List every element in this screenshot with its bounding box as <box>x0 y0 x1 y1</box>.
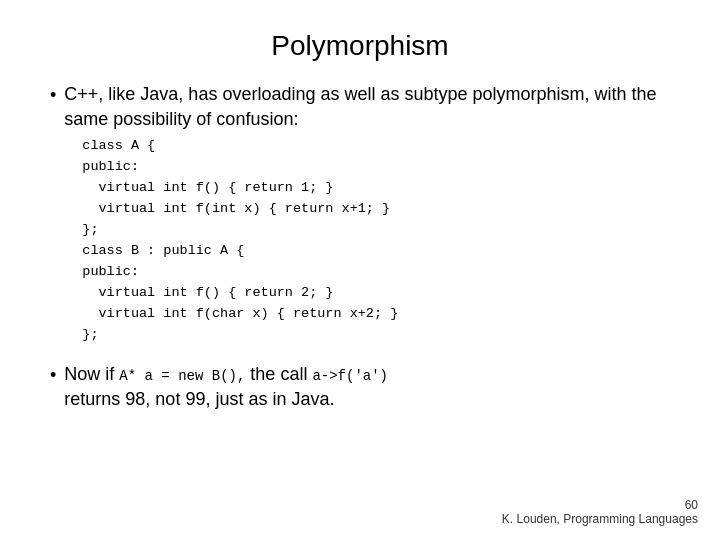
bullet2-line2: returns 98, not 99, just as in Java. <box>64 389 334 409</box>
code-line-3: virtual int f() { return 1; } <box>82 178 670 199</box>
code-line-6: class B : public A { <box>82 241 670 262</box>
code-line-1: class A { <box>82 136 670 157</box>
code-line-5: }; <box>82 220 670 241</box>
code-line-4: virtual int f(int x) { return x+1; } <box>82 199 670 220</box>
code-line-2: public: <box>82 157 670 178</box>
slide-content: • C++, like Java, has overloading as wel… <box>50 82 670 520</box>
bullet-item-1: • C++, like Java, has overloading as wel… <box>50 82 670 352</box>
bullet-text-2: Now if A* a = new B(), the call a->f('a'… <box>64 362 388 412</box>
footer-attribution: K. Louden, Programming Languages <box>502 512 698 526</box>
code-block: class A { public: virtual int f() { retu… <box>82 136 670 345</box>
code-line-9: virtual int f(char x) { return x+2; } <box>82 304 670 325</box>
slide-footer: 60 K. Louden, Programming Languages <box>502 498 698 526</box>
bullet-text-content-1: C++, like Java, has overloading as well … <box>64 84 656 129</box>
page-number: 60 <box>502 498 698 512</box>
bullet-marker-2: • <box>50 363 56 388</box>
bullet-text-1: C++, like Java, has overloading as well … <box>64 82 670 352</box>
code-line-7: public: <box>82 262 670 283</box>
bullet2-middle: the call <box>245 364 312 384</box>
slide: Polymorphism • C++, like Java, has overl… <box>0 0 720 540</box>
bullet-item-2: • Now if A* a = new B(), the call a->f('… <box>50 362 670 412</box>
bullet2-prefix: Now if <box>64 364 119 384</box>
bullet2-code2: a->f('a') <box>312 368 388 384</box>
bullet2-line1: Now if A* a = new B(), the call a->f('a'… <box>64 364 388 384</box>
bullet2-code1: A* a = new B(), <box>119 368 245 384</box>
code-line-8: virtual int f() { return 2; } <box>82 283 670 304</box>
slide-title: Polymorphism <box>50 30 670 62</box>
bullet-marker-1: • <box>50 83 56 108</box>
code-line-10: }; <box>82 325 670 346</box>
